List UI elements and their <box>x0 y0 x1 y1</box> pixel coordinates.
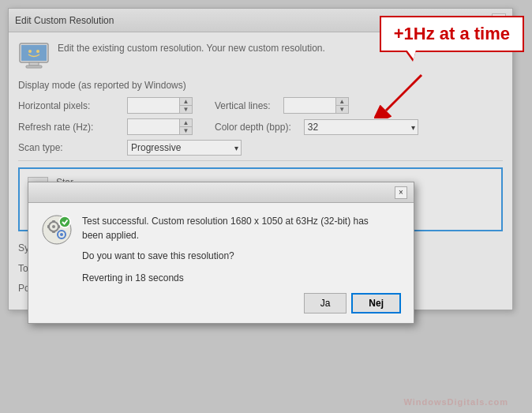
svg-rect-13 <box>52 220 55 223</box>
dialog-close-button[interactable]: × <box>395 186 407 199</box>
dialog-message-line1: Test successful. Custom resolution 1680 … <box>82 214 369 228</box>
watermark: WindowsDigitals.com <box>403 397 508 407</box>
dialog-message: Test successful. Custom resolution 1680 … <box>82 214 369 263</box>
dialog-message-line2: been applied. <box>82 228 369 242</box>
dialog-body: Test successful. Custom resolution 1680 … <box>28 203 414 323</box>
dialog-question: Do you want to save this resolution? <box>82 249 369 263</box>
speech-bubble: +1Hz at a time <box>380 16 524 52</box>
dialog-nej-button[interactable]: Nej <box>351 293 401 314</box>
svg-point-10 <box>52 225 55 228</box>
svg-rect-16 <box>58 225 60 228</box>
svg-point-12 <box>60 233 63 236</box>
svg-rect-14 <box>52 231 55 233</box>
red-arrow-icon <box>374 71 437 118</box>
dialog: × Test successful. Custom r <box>28 182 414 324</box>
dialog-ja-button[interactable]: Ja <box>304 293 347 314</box>
dialog-buttons: Ja Nej <box>41 293 401 314</box>
speech-bubble-text: +1Hz at a time <box>394 24 510 43</box>
dialog-content: Test successful. Custom resolution 1680 … <box>41 214 401 263</box>
svg-line-7 <box>386 75 421 111</box>
svg-rect-15 <box>47 225 50 228</box>
dialog-icon <box>41 214 73 246</box>
svg-point-17 <box>59 216 70 227</box>
dialog-title-bar: × <box>28 182 414 203</box>
dialog-countdown: Reverting in 18 seconds <box>82 272 401 283</box>
